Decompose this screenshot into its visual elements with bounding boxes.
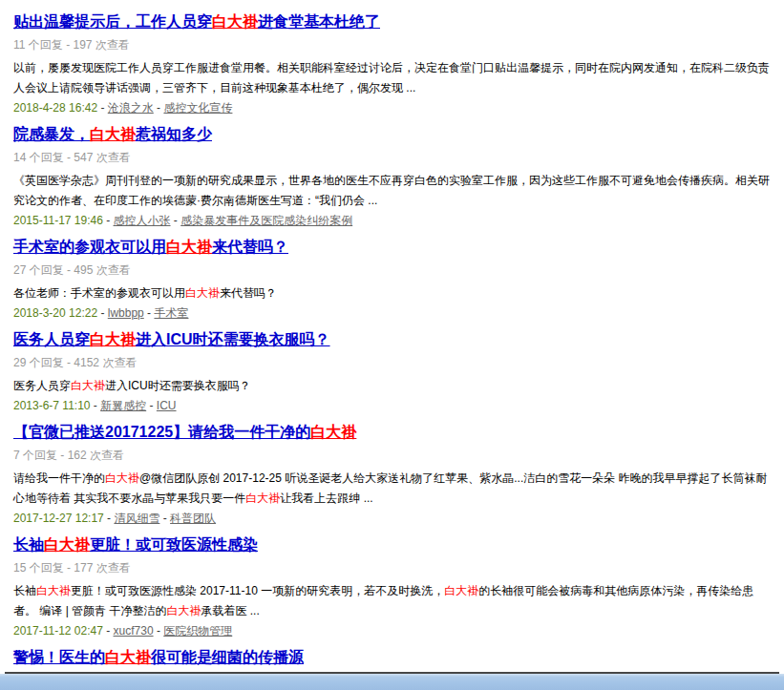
result-forum-link[interactable]: ICU [157,399,177,412]
result-meta: 29 个回复 - 4152 次查看 [13,356,771,370]
result-meta: 7 个回复 - 162 次查看 [13,449,771,463]
highlighted-keyword: 白大褂 [444,584,478,597]
window-bottom-frame [0,674,784,690]
text-segment: 长袖 [13,584,36,597]
separator: - [159,512,170,525]
search-result-item: 【官微已推送20171225】请给我一件干净的白大褂 7 个回复 - 162 次… [13,423,771,526]
result-author-link[interactable]: lwbbpp [108,306,144,320]
result-snippet: 长袖白大褂更脏！或可致医源性感染 2017-11-10 一项新的研究表明，若不及… [13,581,771,621]
separator: - [103,624,114,638]
result-forum-link[interactable]: 感控文化宣传 [163,101,232,115]
result-footer: 2013-6-7 11:10 - 新翼感控 - ICU [13,399,771,413]
text-segment: 以前，屡屡发现医院工作人员穿工作服进食堂用餐。相关职能科室经过讨论后，决定在食堂… [13,61,770,94]
highlighted-keyword: 白大褂 [245,491,280,505]
search-result-item: 手术室的参观衣可以用白大褂来代替吗？ 27 个回复 - 495 次查看 各位老师… [13,238,771,321]
search-result-item: 长袖白大褂更脏！或可致医源性感染 15 个回复 - 177 次查看 长袖白大褂更… [13,535,771,638]
text-segment: 很可能是细菌的传播源 [151,649,304,665]
result-title: 警惕！医生的白大褂很可能是细菌的传播源 [13,648,771,667]
highlighted-keyword: 白大褂 [90,331,136,347]
result-snippet: 医务人员穿白大褂进入ICU时还需要换衣服吗？ [13,376,771,396]
result-date: 2017-12-27 12:17 [13,512,104,525]
separator: - [171,214,181,227]
result-title: 手术室的参观衣可以用白大褂来代替吗？ [13,238,771,257]
result-snippet: 请给我一件干净的白大褂@微信团队原创 2017-12-25 听说圣诞老人给大家送… [13,469,771,509]
result-meta: 27 个回复 - 495 次查看 [13,263,771,278]
result-meta: 15 个回复 - 177 次查看 [13,561,771,575]
separator: - [154,624,164,638]
result-footer: 2015-11-17 19:46 - 感控人小张 - 感染暴发事件及医院感染纠纷… [13,214,771,228]
result-footer: 2017-11-12 02:47 - xucf730 - 医院织物管理 [13,624,771,638]
text-segment: 更脏！或可致医源性感染 [90,536,258,553]
result-author-link[interactable]: 沧浪之水 [108,101,154,115]
text-segment: 各位老师：手术室的参观衣可以用 [13,286,185,300]
result-title-link[interactable]: 长袖白大褂更脏！或可致医源性感染 [13,536,258,553]
text-segment: 进入ICU时还需要换衣服吗？ [105,379,251,392]
result-title: 院感暴发，白大褂惹祸知多少 [13,125,771,144]
result-date: 2015-11-17 19:46 [13,214,103,227]
result-date: 2013-6-7 11:10 [13,399,91,412]
text-segment: 惹祸知多少 [136,126,212,142]
result-title: 长袖白大褂更脏！或可致医源性感染 [13,535,771,554]
separator: - [104,512,115,525]
text-segment: 让我看上去跟绅 ... [280,491,372,505]
result-title-link[interactable]: 警惕！医生的白大褂很可能是细菌的传播源 [13,649,304,665]
search-result-item: 警惕！医生的白大褂很可能是细菌的传播源 [13,648,771,667]
highlighted-keyword: 白大褂 [90,126,136,142]
text-segment: 院感暴发， [13,126,90,142]
result-date: 2018-4-28 16:42 [13,101,97,115]
text-segment: 承载着医 ... [201,604,259,617]
highlighted-keyword: 白大褂 [44,536,90,553]
result-title-link[interactable]: 院感暴发，白大褂惹祸知多少 [13,126,212,142]
text-segment: 贴出温馨提示后，工作人员穿 [13,13,212,30]
result-footer: 2018-4-28 16:42 - 沧浪之水 - 感控文化宣传 [13,101,771,115]
result-snippet: 《英国医学杂志》周刊刊登的一项新的研究成果显示，世界各地的医生不应再穿白色的实验… [13,171,771,211]
text-segment: 长袖 [13,536,44,553]
text-segment: 【官微已推送20171225】请给我一件干净的 [13,424,310,440]
result-title-link[interactable]: 【官微已推送20171225】请给我一件干净的白大褂 [13,424,356,440]
highlighted-keyword: 白大褂 [71,379,105,392]
text-segment: 进入ICU时还需要换衣服吗？ [136,331,330,347]
result-title: 贴出温馨提示后，工作人员穿白大褂进食堂基本杜绝了 [13,12,771,31]
search-results-page: 贴出温馨提示后，工作人员穿白大褂进食堂基本杜绝了 11 个回复 - 197 次查… [0,0,784,672]
result-forum-link[interactable]: 医院织物管理 [163,624,232,638]
result-author-link[interactable]: 感控人小张 [114,214,171,227]
result-snippet: 各位老师：手术室的参观衣可以用白大褂来代替吗？ [13,283,771,303]
highlighted-keyword: 白大褂 [105,649,151,665]
text-segment: 警惕！医生的 [13,649,105,665]
result-title: 医务人员穿白大褂进入ICU时还需要换衣服吗？ [13,330,771,349]
highlighted-keyword: 白大褂 [212,13,258,30]
result-forum-link[interactable]: 手术室 [154,306,188,320]
separator: - [103,214,114,227]
result-forum-link[interactable]: 科普团队 [170,512,216,525]
result-meta: 11 个回复 - 197 次查看 [13,38,771,52]
result-title: 【官微已推送20171225】请给我一件干净的白大褂 [13,423,771,442]
text-segment: 来代替吗？ [220,286,277,300]
result-title-link[interactable]: 贴出温馨提示后，工作人员穿白大褂进食堂基本杜绝了 [13,13,380,30]
highlighted-keyword: 白大褂 [185,286,220,300]
text-segment: 请给我一件干净的 [13,471,105,485]
result-date: 2018-3-20 12:22 [13,306,97,320]
separator: - [144,306,155,320]
result-forum-link[interactable]: 感染暴发事件及医院感染纠纷案例 [180,214,352,227]
result-meta: 14 个回复 - 547 次查看 [13,151,771,165]
result-title-link[interactable]: 手术室的参观衣可以用白大褂来代替吗？ [13,239,288,255]
highlighted-keyword: 白大褂 [166,239,212,255]
result-author-link[interactable]: 新翼感控 [100,399,146,412]
separator: - [91,399,101,412]
separator: - [97,101,108,115]
text-segment: 更脏！或可致医源性感染 2017-11-10 一项新的研究表明，若不及时换洗， [71,584,444,597]
highlighted-keyword: 白大褂 [166,604,201,617]
result-author-link[interactable]: 清风细雪 [114,512,159,525]
text-segment: 来代替吗？ [212,239,288,255]
result-snippet: 以前，屡屡发现医院工作人员穿工作服进食堂用餐。相关职能科室经过讨论后，决定在食堂… [13,58,771,98]
search-result-item: 医务人员穿白大褂进入ICU时还需要换衣服吗？ 29 个回复 - 4152 次查看… [13,330,771,413]
highlighted-keyword: 白大褂 [310,424,356,440]
separator: - [154,101,164,115]
text-segment: 医务人员穿 [13,379,71,392]
result-title-link[interactable]: 医务人员穿白大褂进入ICU时还需要换衣服吗？ [13,331,330,347]
result-author-link[interactable]: xucf730 [114,624,154,638]
browser-window: 贴出温馨提示后，工作人员穿白大褂进食堂基本杜绝了 11 个回复 - 197 次查… [0,0,784,690]
result-footer: 2018-3-20 12:22 - lwbbpp - 手术室 [13,306,771,321]
search-results-list: 贴出温馨提示后，工作人员穿白大褂进食堂基本杜绝了 11 个回复 - 197 次查… [13,12,771,667]
text-segment: 进食堂基本杜绝了 [258,13,380,30]
